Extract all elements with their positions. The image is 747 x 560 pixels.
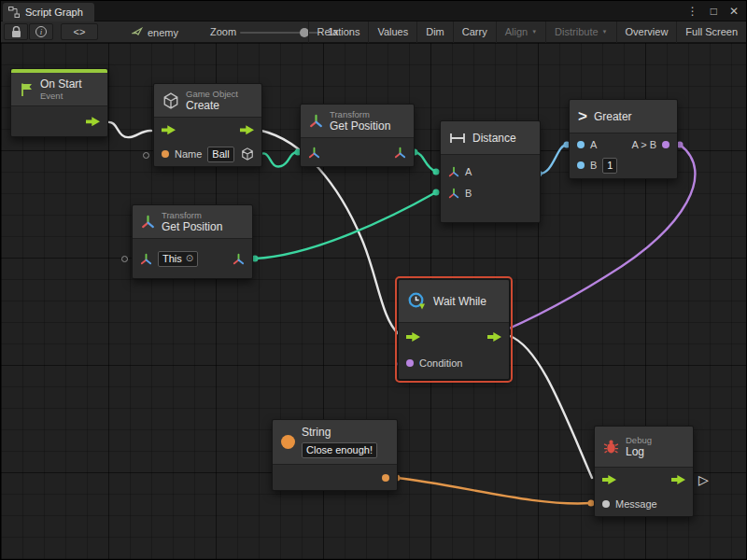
titlebar: Script Graph ⋮ □ ✕ <box>1 1 746 21</box>
transform-in-port[interactable] <box>308 147 320 159</box>
transform-axes-icon <box>309 114 323 128</box>
distance-icon <box>449 133 466 144</box>
distribute-button[interactable]: Distribute ▼ <box>545 21 615 43</box>
chevron-down-icon: ▼ <box>602 22 608 42</box>
close-icon[interactable]: ✕ <box>729 5 739 18</box>
position-out-port[interactable] <box>394 147 406 159</box>
wire-create-to-getposition[interactable] <box>259 152 298 166</box>
node-get-position-left[interactable]: Transform Get Position This ⊙ <box>132 204 253 279</box>
relations-button[interactable]: Relations <box>308 21 369 43</box>
wire-waitwhile-to-log[interactable] <box>510 336 592 478</box>
zoom-slider[interactable] <box>240 32 318 34</box>
info-button[interactable]: i <box>29 23 53 40</box>
flow-out-port[interactable] <box>671 475 685 484</box>
node-title: Get Position <box>330 119 390 133</box>
b-value-field[interactable]: 1 <box>602 158 617 174</box>
window-menu-icon[interactable]: ⋮ <box>687 5 698 18</box>
graph-name: enemy <box>148 27 178 38</box>
graph-canvas[interactable]: On Start Event Game Object Create <box>1 43 746 559</box>
overview-button[interactable]: Overview <box>616 21 677 43</box>
position-out-port[interactable] <box>233 253 245 265</box>
node-category: Debug <box>626 435 652 445</box>
flow-out-port[interactable] <box>487 332 501 342</box>
vector-b-port[interactable] <box>448 188 459 199</box>
game-object-output-port[interactable] <box>241 147 254 161</box>
message-port[interactable] <box>602 500 610 508</box>
flow-stub-icon: ▷ <box>698 473 709 486</box>
align-button[interactable]: Align ▼ <box>496 21 545 43</box>
port-label-b: B <box>590 160 597 171</box>
wire-distance-to-greater[interactable] <box>539 145 567 174</box>
wire-getposition-to-distance-b[interactable] <box>255 192 436 259</box>
flow-out-port[interactable] <box>86 117 100 126</box>
node-string[interactable]: String Close enough! <box>272 419 398 491</box>
distribute-label: Distribute <box>555 22 598 42</box>
node-wait-while[interactable]: Wait While Condition <box>398 279 510 380</box>
node-create[interactable]: Game Object Create Name Ball <box>153 83 262 167</box>
port-label-a: A <box>465 166 472 177</box>
greater-icon: > <box>578 108 587 124</box>
wire-onstart-to-create[interactable] <box>107 122 151 137</box>
transform-axes-icon <box>141 215 155 229</box>
unconnected-port[interactable] <box>143 152 149 159</box>
node-on-start-event[interactable]: On Start Event <box>10 68 108 137</box>
target-object-field[interactable]: This ⊙ <box>158 251 198 267</box>
port-label-condition: Condition <box>419 357 462 369</box>
lock-button[interactable] <box>4 23 28 40</box>
node-debug-log[interactable]: Debug Log Message <box>594 426 694 517</box>
port-label-message: Message <box>615 498 657 510</box>
name-string-port[interactable] <box>162 150 169 158</box>
bug-icon <box>603 439 619 455</box>
vector-a-port[interactable] <box>448 166 459 177</box>
wait-clock-icon <box>407 291 427 311</box>
unconnected-port[interactable] <box>121 256 128 262</box>
chevron-down-icon: ▼ <box>531 22 537 42</box>
result-bool-port[interactable] <box>662 141 669 148</box>
flow-out-port[interactable] <box>240 125 254 134</box>
node-title: On Start <box>40 77 82 91</box>
node-subtitle: Event <box>40 91 82 101</box>
node-title: Wait While <box>433 295 486 308</box>
lock-icon <box>11 26 21 38</box>
node-get-position-top[interactable]: Transform Get Position <box>300 104 415 167</box>
b-float-port[interactable] <box>577 161 585 169</box>
wire-getposition-to-distance-a[interactable] <box>415 152 436 172</box>
output-label: A > B <box>631 139 656 150</box>
maximize-icon[interactable]: □ <box>711 5 717 18</box>
flow-in-port[interactable] <box>406 332 420 342</box>
flag-icon <box>20 82 34 97</box>
name-value-field[interactable]: Ball <box>207 147 233 162</box>
port-label-name: Name <box>175 148 202 160</box>
flow-in-port[interactable] <box>602 475 616 484</box>
carry-button[interactable]: Carry <box>453 21 496 43</box>
align-label: Align <box>505 22 528 42</box>
node-title: Create <box>186 99 238 112</box>
tab-title: Script Graph <box>25 7 83 18</box>
flow-in-port[interactable] <box>162 125 176 134</box>
code-view-button[interactable]: <> <box>61 23 98 40</box>
node-title: Log <box>626 445 652 458</box>
node-title: String <box>302 426 377 439</box>
graph-breadcrumb[interactable]: enemy <box>132 21 178 43</box>
wire-string-to-message[interactable] <box>397 478 591 503</box>
object-picker-icon[interactable]: ⊙ <box>186 254 193 263</box>
tab-script-graph[interactable]: Script Graph <box>3 3 94 21</box>
graph-toolbar: i <> enemy Zoom 1x Relations Values Dim … <box>1 21 746 43</box>
node-greater[interactable]: > Greater A A > B B 1 <box>569 99 678 179</box>
transform-in-port[interactable] <box>140 253 152 265</box>
target-value: This <box>162 252 182 266</box>
code-icon: <> <box>74 26 86 37</box>
condition-bool-port[interactable] <box>406 359 414 367</box>
a-float-port[interactable] <box>577 141 585 148</box>
script-graph-window: Script Graph ⋮ □ ✕ i <> en <box>0 0 747 560</box>
string-value-field[interactable]: Close enough! <box>302 442 377 458</box>
script-graph-icon <box>8 7 20 18</box>
cube-icon <box>162 92 179 109</box>
dim-button[interactable]: Dim <box>416 21 453 43</box>
node-distance[interactable]: Distance A B <box>440 120 541 223</box>
string-output-port[interactable] <box>382 474 389 482</box>
port-label-b: B <box>465 188 472 199</box>
fullscreen-button[interactable]: Full Screen <box>676 21 746 43</box>
node-title: Greater <box>594 110 632 123</box>
values-button[interactable]: Values <box>368 21 416 43</box>
